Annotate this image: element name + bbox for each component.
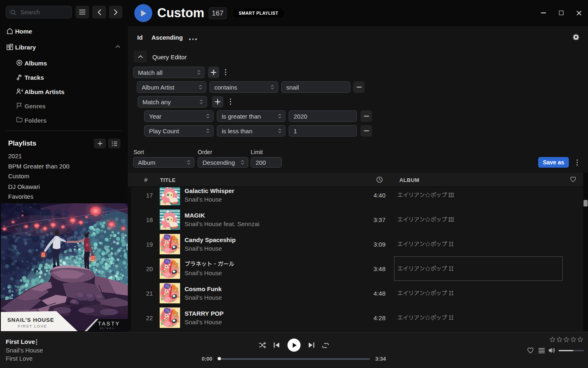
svg-text:FIRST LOVE: FIRST LOVE bbox=[18, 324, 47, 328]
svg-text:TASTY: TASTY bbox=[98, 321, 120, 327]
svg-text:SNAIL’S HOUSE: SNAIL’S HOUSE bbox=[7, 317, 54, 323]
svg-text:BSTMRXI: BSTMRXI bbox=[100, 328, 116, 330]
